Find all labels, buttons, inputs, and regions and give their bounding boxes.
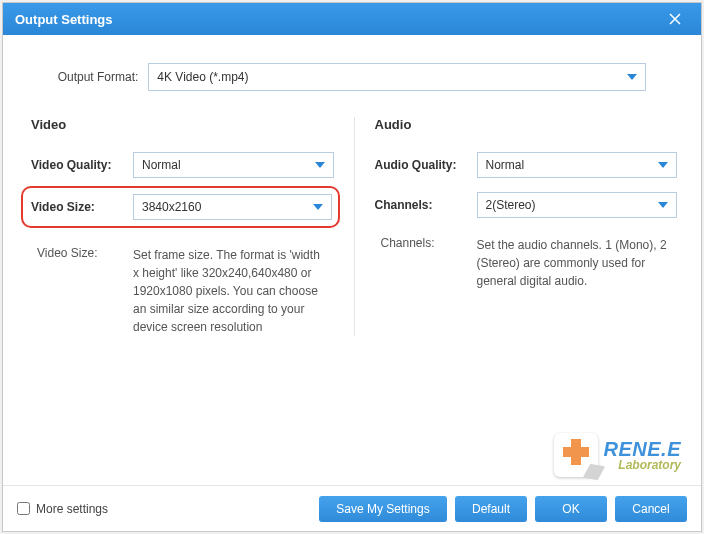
titlebar: Output Settings bbox=[3, 3, 701, 35]
logo-sub: Laboratory bbox=[618, 459, 681, 471]
video-quality-value: Normal bbox=[142, 158, 181, 172]
audio-channels-row: Channels: 2(Stereo) bbox=[375, 192, 678, 218]
audio-channels-label: Channels: bbox=[375, 198, 477, 212]
more-settings-checkbox-wrap[interactable]: More settings bbox=[17, 502, 108, 516]
video-size-row: Video Size: 3840x2160 bbox=[31, 194, 332, 220]
video-quality-row: Video Quality: Normal bbox=[31, 152, 334, 178]
video-quality-label: Video Quality: bbox=[31, 158, 133, 172]
footer: More settings Save My Settings Default O… bbox=[3, 485, 701, 531]
ok-button[interactable]: OK bbox=[535, 496, 607, 522]
column-divider bbox=[354, 117, 355, 336]
audio-channels-desc-label: Channels: bbox=[375, 236, 477, 290]
video-quality-select[interactable]: Normal bbox=[133, 152, 334, 178]
audio-quality-value: Normal bbox=[486, 158, 525, 172]
close-button[interactable] bbox=[661, 8, 689, 30]
video-size-desc-row: Video Size: Set frame size. The format i… bbox=[31, 246, 334, 336]
close-icon bbox=[669, 13, 681, 25]
video-size-value: 3840x2160 bbox=[142, 200, 201, 214]
audio-channels-desc-row: Channels: Set the audio channels. 1 (Mon… bbox=[375, 236, 678, 290]
output-format-select[interactable]: 4K Video (*.mp4) bbox=[148, 63, 646, 91]
more-settings-checkbox[interactable] bbox=[17, 502, 30, 515]
audio-channels-desc-text: Set the audio channels. 1 (Mono), 2 (Ste… bbox=[477, 236, 678, 290]
logo-main: RENE.E bbox=[604, 439, 681, 459]
output-format-label: Output Format: bbox=[58, 70, 139, 84]
audio-channels-select[interactable]: 2(Stereo) bbox=[477, 192, 678, 218]
dialog-body: Output Format: 4K Video (*.mp4) Video Vi… bbox=[3, 35, 701, 531]
output-settings-dialog: Output Settings Output Format: 4K Video … bbox=[2, 2, 702, 532]
video-size-desc-label: Video Size: bbox=[31, 246, 133, 336]
audio-quality-select[interactable]: Normal bbox=[477, 152, 678, 178]
logo-text: RENE.E Laboratory bbox=[604, 439, 681, 471]
audio-section-title: Audio bbox=[375, 117, 678, 132]
audio-column: Audio Audio Quality: Normal Channels: 2(… bbox=[375, 117, 678, 336]
video-column: Video Video Quality: Normal Video Size: … bbox=[31, 117, 334, 336]
video-size-select[interactable]: 3840x2160 bbox=[133, 194, 332, 220]
cancel-button[interactable]: Cancel bbox=[615, 496, 687, 522]
video-size-label: Video Size: bbox=[31, 200, 133, 214]
video-size-highlight: Video Size: 3840x2160 bbox=[21, 186, 340, 228]
output-format-row: Output Format: 4K Video (*.mp4) bbox=[3, 35, 701, 107]
video-section-title: Video bbox=[31, 117, 334, 132]
default-button[interactable]: Default bbox=[455, 496, 527, 522]
logo-cross-icon bbox=[554, 433, 598, 477]
output-format-value: 4K Video (*.mp4) bbox=[157, 70, 248, 84]
save-my-settings-button[interactable]: Save My Settings bbox=[319, 496, 447, 522]
brand-logo: RENE.E Laboratory bbox=[554, 433, 681, 477]
window-title: Output Settings bbox=[15, 12, 661, 27]
audio-quality-row: Audio Quality: Normal bbox=[375, 152, 678, 178]
video-size-desc-text: Set frame size. The format is 'width x h… bbox=[133, 246, 334, 336]
more-settings-label: More settings bbox=[36, 502, 108, 516]
audio-channels-value: 2(Stereo) bbox=[486, 198, 536, 212]
audio-quality-label: Audio Quality: bbox=[375, 158, 477, 172]
columns: Video Video Quality: Normal Video Size: … bbox=[3, 107, 701, 336]
